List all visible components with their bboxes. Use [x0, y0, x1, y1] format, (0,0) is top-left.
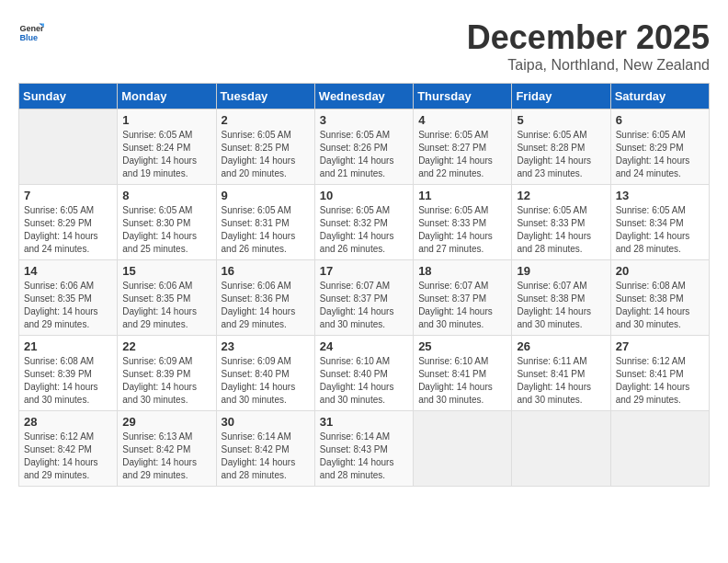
table-row: 23Sunrise: 6:09 AM Sunset: 8:40 PM Dayli…	[216, 336, 314, 411]
day-info: Sunrise: 6:05 AM Sunset: 8:25 PM Dayligh…	[222, 129, 310, 180]
calendar-week-row: 7Sunrise: 6:05 AM Sunset: 8:29 PM Daylig…	[19, 185, 710, 260]
calendar-week-row: 28Sunrise: 6:12 AM Sunset: 8:42 PM Dayli…	[19, 411, 710, 487]
calendar-table: Sunday Monday Tuesday Wednesday Thursday…	[18, 83, 710, 487]
day-info: Sunrise: 6:08 AM Sunset: 8:39 PM Dayligh…	[24, 355, 112, 407]
day-info: Sunrise: 6:05 AM Sunset: 8:33 PM Dayligh…	[418, 204, 506, 256]
calendar-header-row: Sunday Monday Tuesday Wednesday Thursday…	[19, 84, 710, 109]
day-number: 10	[320, 189, 408, 202]
day-number: 28	[24, 415, 112, 429]
day-info: Sunrise: 6:14 AM Sunset: 8:43 PM Dayligh…	[320, 431, 408, 482]
table-row: 21Sunrise: 6:08 AM Sunset: 8:39 PM Dayli…	[19, 336, 118, 411]
day-number: 19	[517, 264, 605, 278]
table-row: 30Sunrise: 6:14 AM Sunset: 8:42 PM Dayli…	[216, 411, 314, 487]
table-row	[512, 411, 610, 487]
header-tuesday: Tuesday	[216, 84, 314, 109]
day-number: 2	[222, 113, 310, 127]
day-number: 9	[222, 189, 310, 202]
day-info: Sunrise: 6:05 AM Sunset: 8:29 PM Dayligh…	[616, 129, 704, 180]
day-info: Sunrise: 6:09 AM Sunset: 8:39 PM Dayligh…	[122, 355, 210, 407]
table-row: 22Sunrise: 6:09 AM Sunset: 8:39 PM Dayli…	[118, 336, 216, 411]
table-row: 17Sunrise: 6:07 AM Sunset: 8:37 PM Dayli…	[314, 260, 413, 336]
day-info: Sunrise: 6:09 AM Sunset: 8:40 PM Dayligh…	[222, 355, 310, 407]
day-info: Sunrise: 6:12 AM Sunset: 8:42 PM Dayligh…	[24, 431, 112, 482]
table-row: 26Sunrise: 6:11 AM Sunset: 8:41 PM Dayli…	[512, 336, 610, 411]
header-wednesday: Wednesday	[314, 84, 413, 109]
day-info: Sunrise: 6:10 AM Sunset: 8:41 PM Dayligh…	[418, 355, 506, 407]
table-row: 7Sunrise: 6:05 AM Sunset: 8:29 PM Daylig…	[19, 185, 118, 260]
day-number: 5	[517, 113, 605, 127]
day-number: 4	[418, 113, 506, 127]
logo-icon: General Blue	[18, 18, 44, 44]
day-number: 16	[222, 264, 310, 278]
table-row: 10Sunrise: 6:05 AM Sunset: 8:32 PM Dayli…	[314, 185, 413, 260]
header-monday: Monday	[118, 84, 216, 109]
header-saturday: Saturday	[610, 84, 709, 109]
day-info: Sunrise: 6:08 AM Sunset: 8:38 PM Dayligh…	[616, 280, 704, 331]
table-row: 8Sunrise: 6:05 AM Sunset: 8:30 PM Daylig…	[118, 185, 216, 260]
page-header: General Blue December 2025 Taipa, Northl…	[18, 18, 710, 74]
day-number: 18	[418, 264, 506, 278]
month-title: December 2025	[467, 18, 710, 57]
table-row: 11Sunrise: 6:05 AM Sunset: 8:33 PM Dayli…	[414, 185, 512, 260]
day-number: 1	[122, 113, 210, 127]
day-number: 8	[122, 189, 210, 202]
table-row: 5Sunrise: 6:05 AM Sunset: 8:28 PM Daylig…	[512, 109, 610, 185]
day-number: 20	[616, 264, 704, 278]
table-row	[414, 411, 512, 487]
day-number: 30	[222, 415, 310, 429]
svg-text:Blue: Blue	[19, 33, 38, 42]
day-number: 6	[616, 113, 704, 127]
title-block: December 2025 Taipa, Northland, New Zeal…	[467, 18, 710, 74]
day-number: 26	[517, 339, 605, 353]
day-info: Sunrise: 6:07 AM Sunset: 8:38 PM Dayligh…	[517, 280, 605, 331]
day-number: 17	[320, 264, 408, 278]
day-info: Sunrise: 6:11 AM Sunset: 8:41 PM Dayligh…	[517, 355, 605, 407]
day-info: Sunrise: 6:05 AM Sunset: 8:30 PM Dayligh…	[122, 204, 210, 256]
day-info: Sunrise: 6:07 AM Sunset: 8:37 PM Dayligh…	[418, 280, 506, 331]
day-number: 15	[122, 264, 210, 278]
day-number: 3	[320, 113, 408, 127]
day-info: Sunrise: 6:06 AM Sunset: 8:36 PM Dayligh…	[222, 280, 310, 331]
day-info: Sunrise: 6:05 AM Sunset: 8:33 PM Dayligh…	[517, 204, 605, 256]
day-info: Sunrise: 6:13 AM Sunset: 8:42 PM Dayligh…	[122, 431, 210, 482]
day-number: 14	[24, 264, 112, 278]
svg-text:General: General	[19, 24, 44, 33]
day-info: Sunrise: 6:10 AM Sunset: 8:40 PM Dayligh…	[320, 355, 408, 407]
header-friday: Friday	[512, 84, 610, 109]
day-info: Sunrise: 6:05 AM Sunset: 8:29 PM Dayligh…	[24, 204, 112, 256]
table-row: 25Sunrise: 6:10 AM Sunset: 8:41 PM Dayli…	[414, 336, 512, 411]
day-info: Sunrise: 6:12 AM Sunset: 8:41 PM Dayligh…	[616, 355, 704, 407]
table-row: 19Sunrise: 6:07 AM Sunset: 8:38 PM Dayli…	[512, 260, 610, 336]
table-row: 15Sunrise: 6:06 AM Sunset: 8:35 PM Dayli…	[118, 260, 216, 336]
day-info: Sunrise: 6:05 AM Sunset: 8:28 PM Dayligh…	[517, 129, 605, 180]
day-info: Sunrise: 6:05 AM Sunset: 8:31 PM Dayligh…	[222, 204, 310, 256]
calendar-week-row: 14Sunrise: 6:06 AM Sunset: 8:35 PM Dayli…	[19, 260, 710, 336]
location-subtitle: Taipa, Northland, New Zealand	[467, 57, 710, 74]
day-number: 25	[418, 339, 506, 353]
day-number: 29	[122, 415, 210, 429]
header-sunday: Sunday	[19, 84, 118, 109]
day-info: Sunrise: 6:07 AM Sunset: 8:37 PM Dayligh…	[320, 280, 408, 331]
day-number: 22	[122, 339, 210, 353]
day-info: Sunrise: 6:05 AM Sunset: 8:27 PM Dayligh…	[418, 129, 506, 180]
header-thursday: Thursday	[414, 84, 512, 109]
table-row: 18Sunrise: 6:07 AM Sunset: 8:37 PM Dayli…	[414, 260, 512, 336]
day-info: Sunrise: 6:05 AM Sunset: 8:24 PM Dayligh…	[122, 129, 210, 180]
table-row: 12Sunrise: 6:05 AM Sunset: 8:33 PM Dayli…	[512, 185, 610, 260]
day-number: 24	[320, 339, 408, 353]
day-number: 12	[517, 189, 605, 202]
table-row: 6Sunrise: 6:05 AM Sunset: 8:29 PM Daylig…	[610, 109, 709, 185]
table-row: 9Sunrise: 6:05 AM Sunset: 8:31 PM Daylig…	[216, 185, 314, 260]
table-row: 20Sunrise: 6:08 AM Sunset: 8:38 PM Dayli…	[610, 260, 709, 336]
day-info: Sunrise: 6:06 AM Sunset: 8:35 PM Dayligh…	[24, 280, 112, 331]
calendar-week-row: 1Sunrise: 6:05 AM Sunset: 8:24 PM Daylig…	[19, 109, 710, 185]
calendar-week-row: 21Sunrise: 6:08 AM Sunset: 8:39 PM Dayli…	[19, 336, 710, 411]
day-info: Sunrise: 6:05 AM Sunset: 8:32 PM Dayligh…	[320, 204, 408, 256]
day-info: Sunrise: 6:05 AM Sunset: 8:26 PM Dayligh…	[320, 129, 408, 180]
day-info: Sunrise: 6:05 AM Sunset: 8:34 PM Dayligh…	[616, 204, 704, 256]
day-number: 21	[24, 339, 112, 353]
day-info: Sunrise: 6:06 AM Sunset: 8:35 PM Dayligh…	[122, 280, 210, 331]
logo: General Blue	[18, 18, 48, 44]
day-number: 13	[616, 189, 704, 202]
table-row	[19, 109, 118, 185]
